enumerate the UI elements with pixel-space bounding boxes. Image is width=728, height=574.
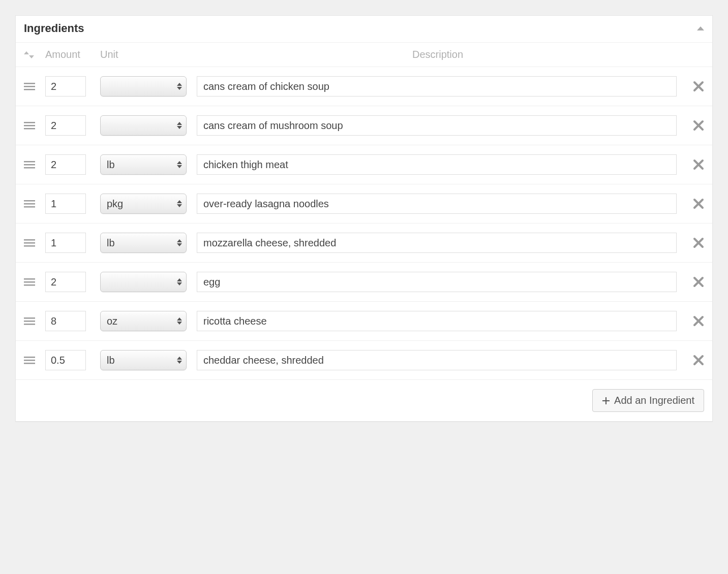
amount-input[interactable] <box>45 154 86 175</box>
delete-row-button[interactable] <box>685 355 704 366</box>
svg-rect-8 <box>24 125 35 126</box>
unit-select[interactable]: oz <box>100 311 187 331</box>
description-input[interactable] <box>197 272 677 292</box>
unit-select[interactable] <box>100 115 187 136</box>
amount-input[interactable] <box>45 115 86 136</box>
panel-header: Ingredients <box>16 16 712 43</box>
description-input[interactable] <box>197 76 677 97</box>
delete-row-button[interactable] <box>685 315 704 327</box>
header-amount: Amount <box>45 49 100 60</box>
unit-value: lb <box>107 237 115 249</box>
unit-select[interactable]: lb <box>100 350 187 370</box>
svg-marker-0 <box>24 51 29 54</box>
delete-row-button[interactable] <box>685 237 704 248</box>
delete-row-button[interactable] <box>685 276 704 288</box>
drag-handle[interactable] <box>24 199 45 208</box>
description-input[interactable] <box>197 350 677 370</box>
drag-handle-icon <box>24 238 35 247</box>
svg-rect-4 <box>24 89 35 90</box>
ingredient-row <box>16 263 712 302</box>
svg-rect-12 <box>24 161 35 163</box>
drag-handle[interactable] <box>24 316 45 326</box>
unit-select[interactable]: pkg <box>100 194 187 214</box>
amount-input[interactable] <box>45 272 86 292</box>
rows-container: lb pk <box>16 67 712 380</box>
unit-value: pkg <box>107 198 123 210</box>
close-icon <box>693 315 704 327</box>
unit-value: lb <box>107 159 115 171</box>
stepper-icon <box>177 357 182 364</box>
delete-row-button[interactable] <box>685 198 704 209</box>
stepper-icon <box>177 278 182 285</box>
unit-select[interactable]: lb <box>100 154 187 175</box>
svg-rect-7 <box>24 122 35 123</box>
svg-rect-17 <box>24 200 35 202</box>
close-icon <box>693 276 704 288</box>
svg-rect-13 <box>24 164 35 166</box>
svg-rect-18 <box>24 203 35 205</box>
amount-input[interactable] <box>45 194 86 214</box>
close-icon <box>693 120 704 131</box>
ingredient-row <box>16 106 712 145</box>
drag-handle[interactable] <box>24 121 45 130</box>
drag-handle-icon <box>24 356 35 365</box>
close-icon <box>693 159 704 170</box>
sort-toggle[interactable] <box>24 51 45 58</box>
drag-handle-icon <box>24 316 35 326</box>
svg-rect-37 <box>24 357 35 358</box>
svg-rect-28 <box>24 281 35 283</box>
add-ingredient-label: Add an Ingredient <box>614 395 694 406</box>
ingredient-row <box>16 67 712 106</box>
drag-handle-icon <box>24 82 35 91</box>
description-input[interactable] <box>197 115 677 136</box>
svg-rect-23 <box>24 242 35 244</box>
delete-row-button[interactable] <box>685 81 704 92</box>
svg-rect-3 <box>24 86 35 87</box>
drag-handle[interactable] <box>24 277 45 286</box>
description-input[interactable] <box>197 194 677 214</box>
stepper-icon <box>177 239 182 246</box>
amount-input[interactable] <box>45 311 86 331</box>
svg-rect-34 <box>24 324 35 325</box>
drag-handle[interactable] <box>24 160 45 169</box>
svg-rect-38 <box>24 360 35 361</box>
unit-value: oz <box>107 315 117 327</box>
delete-row-button[interactable] <box>685 120 704 131</box>
svg-rect-29 <box>24 284 35 286</box>
collapse-toggle-icon[interactable] <box>697 26 704 30</box>
stepper-icon <box>177 161 182 168</box>
delete-row-button[interactable] <box>685 159 704 170</box>
description-input[interactable] <box>197 233 677 253</box>
unit-value: lb <box>107 355 115 366</box>
unit-select[interactable] <box>100 272 187 292</box>
amount-input[interactable] <box>45 76 86 97</box>
header-description: Description <box>197 49 679 60</box>
stepper-icon <box>177 83 182 90</box>
drag-handle-icon <box>24 199 35 208</box>
close-icon <box>693 198 704 209</box>
drag-handle[interactable] <box>24 238 45 247</box>
close-icon <box>693 237 704 248</box>
unit-select[interactable]: lb <box>100 233 187 253</box>
drag-handle-icon <box>24 277 35 286</box>
sort-icon <box>24 51 34 58</box>
unit-select[interactable] <box>100 76 187 97</box>
description-input[interactable] <box>197 154 677 175</box>
svg-rect-33 <box>24 321 35 322</box>
stepper-icon <box>177 122 182 129</box>
panel-footer: Add an Ingredient <box>16 380 712 421</box>
amount-input[interactable] <box>45 350 86 370</box>
drag-handle[interactable] <box>24 82 45 91</box>
svg-rect-32 <box>24 317 35 319</box>
plus-icon <box>602 397 610 405</box>
svg-rect-39 <box>24 363 35 364</box>
column-headers: Amount Unit Description <box>16 43 712 67</box>
add-ingredient-button[interactable]: Add an Ingredient <box>592 389 704 412</box>
svg-rect-9 <box>24 128 35 130</box>
description-input[interactable] <box>197 311 677 331</box>
drag-handle[interactable] <box>24 356 45 365</box>
close-icon <box>693 355 704 366</box>
amount-input[interactable] <box>45 233 86 253</box>
svg-rect-27 <box>24 278 35 280</box>
stepper-icon <box>177 200 182 207</box>
